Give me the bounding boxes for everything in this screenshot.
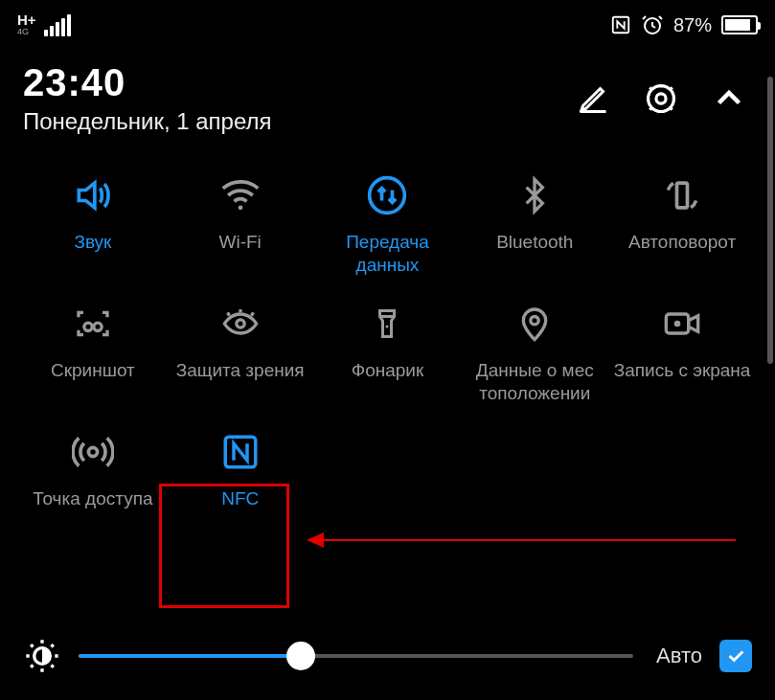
battery-fill bbox=[725, 19, 750, 31]
settings-icon[interactable] bbox=[643, 80, 679, 117]
status-bar: H+ 4G 87% bbox=[0, 0, 775, 42]
tile-label: Фонарик bbox=[352, 359, 424, 382]
tile-label: Запись с экрана bbox=[614, 359, 751, 382]
network-type-label: H+ bbox=[17, 13, 36, 27]
tile-flashlight[interactable]: Фонарик bbox=[314, 302, 462, 407]
tile-bluetooth[interactable]: Bluetooth bbox=[461, 173, 608, 279]
auto-brightness-label: Авто bbox=[656, 644, 702, 668]
sub-network-label: 4G bbox=[17, 27, 36, 36]
annotation-arrow-line bbox=[324, 539, 736, 541]
location-icon bbox=[513, 302, 557, 346]
tile-mobile-data[interactable]: Передача данных bbox=[314, 173, 462, 279]
svg-point-3 bbox=[649, 85, 674, 111]
rotate-icon bbox=[660, 173, 704, 217]
svg-point-7 bbox=[84, 323, 92, 330]
clock-time: 23:40 bbox=[23, 61, 272, 104]
tile-label: Звук bbox=[74, 231, 111, 254]
volume-icon bbox=[71, 173, 115, 217]
svg-point-10 bbox=[386, 326, 389, 328]
brightness-row: Авто bbox=[0, 627, 775, 685]
slider-fill bbox=[79, 654, 301, 658]
tile-hotspot[interactable]: Точка доступа bbox=[19, 430, 167, 535]
wifi-icon bbox=[218, 173, 262, 217]
nfc-icon bbox=[218, 430, 262, 474]
auto-brightness-checkbox[interactable] bbox=[719, 640, 752, 672]
battery-percent-label: 87% bbox=[673, 14, 712, 36]
tile-label: Wi-Fi bbox=[219, 231, 262, 254]
svg-point-11 bbox=[531, 317, 538, 325]
tile-label: Скриншот bbox=[51, 359, 135, 382]
eye-icon bbox=[218, 302, 262, 346]
hotspot-icon bbox=[71, 430, 115, 474]
tile-sound[interactable]: Звук bbox=[19, 173, 167, 279]
brightness-slider[interactable] bbox=[79, 654, 633, 658]
tile-label: Передача данных bbox=[315, 231, 459, 277]
record-icon bbox=[660, 302, 704, 346]
data-transfer-icon bbox=[365, 173, 409, 217]
quick-tiles-grid: Звук Wi-Fi Передача данных bbox=[0, 145, 775, 535]
tile-nfc[interactable]: NFC bbox=[167, 430, 314, 535]
scroll-indicator[interactable] bbox=[767, 77, 773, 364]
header-actions bbox=[576, 80, 746, 117]
battery-icon bbox=[721, 15, 758, 34]
flashlight-icon bbox=[365, 302, 409, 346]
tile-label: Точка доступа bbox=[33, 487, 152, 510]
brightness-icon bbox=[23, 637, 61, 675]
tile-screenshot[interactable]: Скриншот bbox=[19, 302, 167, 407]
svg-point-5 bbox=[370, 178, 405, 214]
svg-rect-6 bbox=[677, 183, 688, 208]
svg-point-14 bbox=[88, 447, 97, 456]
tile-label: Данные о мес тоположении bbox=[463, 359, 606, 405]
tile-label: NFC bbox=[221, 487, 259, 510]
panel-header: 23:40 Понедельник, 1 апреля bbox=[0, 42, 775, 145]
status-left: H+ 4G bbox=[17, 13, 71, 36]
tile-location[interactable]: Данные о мес тоположении bbox=[461, 302, 608, 407]
svg-point-9 bbox=[237, 320, 244, 327]
nfc-status-icon bbox=[610, 14, 631, 35]
tile-wifi[interactable]: Wi-Fi bbox=[167, 173, 314, 279]
alarm-icon bbox=[641, 13, 664, 36]
tile-label: Bluetooth bbox=[496, 231, 573, 254]
status-right: 87% bbox=[610, 13, 758, 36]
svg-point-4 bbox=[238, 205, 242, 210]
screenshot-icon bbox=[71, 302, 115, 346]
tile-eye-comfort[interactable]: Защита зрения bbox=[167, 302, 314, 407]
edit-icon[interactable] bbox=[576, 81, 610, 116]
signal-bars-icon bbox=[44, 14, 71, 36]
tile-label: Автоповорот bbox=[628, 231, 736, 254]
tile-label: Защита зрения bbox=[176, 359, 305, 382]
svg-point-13 bbox=[674, 321, 681, 327]
time-date-block: 23:40 Понедельник, 1 апреля bbox=[23, 61, 272, 135]
svg-point-2 bbox=[656, 93, 666, 102]
clock-date: Понедельник, 1 апреля bbox=[23, 108, 272, 135]
svg-point-8 bbox=[94, 323, 102, 330]
tile-screen-record[interactable]: Запись с экрана bbox=[608, 302, 756, 407]
bluetooth-icon bbox=[513, 173, 557, 217]
tile-autorotate[interactable]: Автоповорот bbox=[608, 173, 756, 279]
slider-thumb[interactable] bbox=[286, 642, 315, 670]
network-indicator: H+ 4G bbox=[17, 13, 36, 36]
collapse-icon[interactable] bbox=[712, 81, 746, 116]
